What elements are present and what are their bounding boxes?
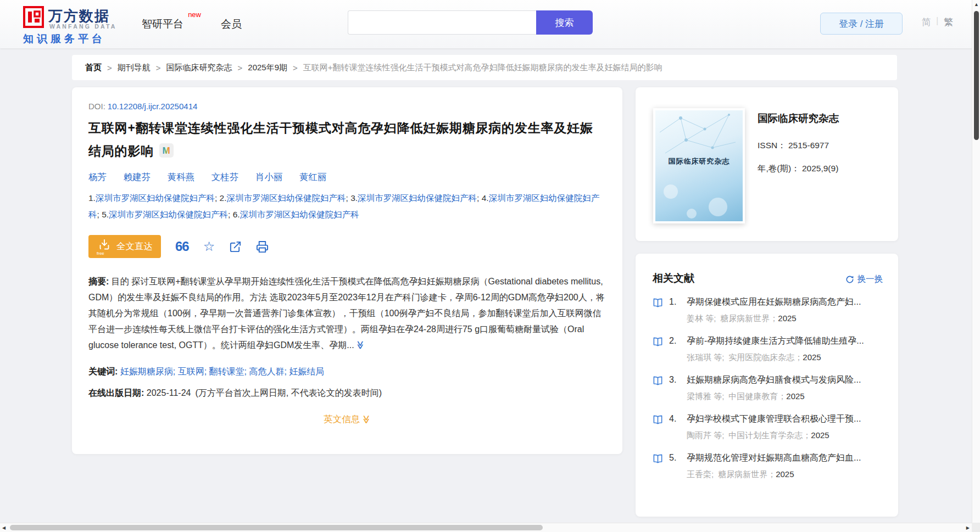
english-info-toggle[interactable]: 英文信息≫ [88, 413, 606, 425]
share-icon[interactable] [229, 239, 242, 254]
affiliation-number: 5. [102, 210, 109, 219]
keyword-link[interactable]: 互联网 [178, 367, 204, 376]
keyword-link[interactable]: 翻转课堂 [209, 367, 244, 376]
related-item-title[interactable]: 孕期保健模式应用在妊娠期糖尿病高危产妇... [687, 296, 884, 308]
online-date-value: 2025-11-24 [147, 388, 191, 397]
expand-abstract-chevron-icon[interactable]: ≫ [353, 341, 369, 350]
journal-volume-row: 年,卷(期)： 2025,9(9) [758, 163, 838, 175]
related-item-number: 1. [669, 296, 687, 324]
shuffle-related-button[interactable]: 换一换 [845, 273, 883, 285]
affiliation-number: 2. [220, 193, 227, 203]
related-item-year: 2025 [778, 313, 796, 323]
wanfang-logo-icon[interactable] [23, 6, 44, 30]
author-link[interactable]: 肖小丽 [255, 172, 283, 182]
abstract-block: 摘要: 目的 探讨互联网+翻转课堂从孕早期开始连续性强化生活干预模式在降低高危孕… [88, 273, 606, 353]
keyword-link[interactable]: 高危人群 [249, 367, 284, 376]
journal-cover-image[interactable]: 国际临床研究杂志 [653, 108, 745, 223]
open-book-icon [653, 374, 669, 402]
fulltext-access-button[interactable]: free 全文直达 [88, 235, 161, 258]
m-badge-icon[interactable]: M [159, 142, 174, 165]
scroll-up-arrow-icon[interactable]: ▲ [972, 2, 980, 7]
vertical-scrollbar[interactable]: ▲ [972, 0, 980, 523]
related-articles-list: 1. 孕期保健模式应用在妊娠期糖尿病高危产妇... 姜林 等;糖尿病新世界；20… [653, 296, 884, 491]
print-icon[interactable] [256, 239, 269, 254]
favorite-star-icon[interactable]: ☆ [203, 239, 215, 254]
related-item-number: 4. [669, 413, 687, 441]
affiliations: 1.深圳市罗湖区妇幼保健院妇产科; 2.深圳市罗湖区妇幼保健院妇产科; 3.深圳… [88, 190, 606, 223]
doi-row: DOI:10.12208/j.ijcr.20250414 [88, 102, 606, 111]
download-free-icon: free [97, 239, 112, 254]
breadcrumb-home[interactable]: 首页 [85, 63, 102, 73]
related-article-item: 1. 孕期保健模式应用在妊娠期糖尿病高危产妇... 姜林 等;糖尿病新世界；20… [653, 296, 884, 324]
fulltext-label: 全文直达 [116, 240, 153, 253]
english-info-label: 英文信息 [324, 414, 360, 424]
scroll-right-arrow-icon[interactable]: ▶ [966, 525, 970, 530]
doi-link[interactable]: 10.12208/j.ijcr.20250414 [108, 102, 197, 111]
lang-divider: | [936, 15, 938, 26]
author-link[interactable]: 杨芳 [88, 172, 107, 182]
shuffle-label: 换一换 [858, 273, 883, 285]
nav-item-zhiyan-platform[interactable]: 智研平台 new [142, 17, 183, 31]
breadcrumb-issue[interactable]: 2025年9期 [248, 63, 287, 73]
related-item-number: 5. [669, 452, 687, 480]
open-book-icon [653, 413, 669, 441]
affiliation-link[interactable]: 深圳市罗湖区妇幼保健院妇产科 [96, 193, 215, 203]
related-item-authors: 陶雨芹 等; [687, 430, 724, 440]
scroll-left-arrow-icon[interactable]: ◀ [2, 525, 5, 530]
online-date-note: (万方平台首次上网日期, 不代表论文的发表时间) [195, 388, 382, 397]
related-article-item: 5. 孕期规范化管理对妊娠期高血糖高危产妇血... 王香栾;糖尿病新世界；202… [653, 452, 884, 480]
related-item-year: 2025 [811, 430, 829, 440]
login-register-button[interactable]: 登录 / 注册 [820, 13, 903, 35]
lang-simplified-toggle[interactable]: 简 [922, 16, 931, 29]
journal-name[interactable]: 国际临床研究杂志 [758, 111, 839, 125]
doi-label: DOI: [88, 102, 105, 111]
breadcrumb-journal-nav[interactable]: 期刊导航 [118, 63, 151, 73]
author-link[interactable]: 文桂芬 [211, 172, 239, 182]
related-item-meta: 陶雨芹 等;中国计划生育学杂志；2025 [687, 430, 884, 441]
related-item-title[interactable]: 孕期规范化管理对妊娠期高血糖高危产妇血... [687, 452, 884, 464]
affiliation-separator: ; [215, 193, 220, 203]
search-button[interactable]: 搜索 [536, 10, 593, 35]
affiliation-number: 1. [88, 193, 96, 203]
related-item-meta: 梁博雅 等;中国健康教育；2025 [687, 391, 884, 402]
horizontal-scrollbar-thumb[interactable] [10, 525, 543, 530]
breadcrumb-journal[interactable]: 国际临床研究杂志 [166, 63, 232, 73]
vertical-scrollbar-thumb[interactable] [974, 11, 979, 140]
breadcrumb-current: 互联网+翻转课堂连续性强化生活干预模式对高危孕妇降低妊娠期糖尿病的发生率及妊娠结… [303, 63, 662, 73]
affiliation-number: 4. [482, 193, 489, 203]
free-tag: free [97, 251, 104, 256]
brand-tagline: 知识服务平台 [23, 32, 105, 46]
keywords-label: 关键词: [88, 367, 120, 376]
search-input[interactable] [348, 10, 536, 35]
author-link[interactable]: 黄红丽 [299, 172, 327, 182]
affiliation-link[interactable]: 深圳市罗湖区妇幼保健院妇产科 [109, 210, 228, 219]
related-item-year: 2025 [786, 391, 804, 401]
related-item-journal: 糖尿病新世界； [718, 469, 776, 479]
related-articles-heading: 相关文献 [653, 271, 694, 285]
horizontal-scrollbar[interactable]: ◀ ▶ [0, 523, 972, 532]
related-item-journal: 中国健康教育； [728, 391, 786, 401]
affiliation-separator: ; [228, 210, 233, 219]
nav-item-member[interactable]: 会员 [221, 17, 242, 31]
related-item-title[interactable]: 孕前-孕期持续健康生活方式降低辅助生殖孕... [687, 335, 884, 347]
author-link[interactable]: 黄科燕 [168, 172, 195, 182]
related-item-title[interactable]: 孕妇学校模式下健康管理联合积极心理干预... [687, 413, 884, 425]
related-item-authors: 姜林 等; [687, 313, 716, 323]
keyword-link[interactable]: 妊娠结局 [289, 367, 324, 376]
author-link[interactable]: 赖建芬 [124, 172, 151, 182]
lang-traditional-toggle[interactable]: 繁 [944, 16, 953, 29]
online-date-label: 在线出版日期: [88, 388, 147, 397]
cite-icon[interactable]: 66 [175, 239, 189, 254]
affiliation-link[interactable]: 深圳市罗湖区妇幼保健院妇产科 [227, 193, 346, 203]
related-item-title[interactable]: 妊娠期糖尿病高危孕妇膳食模式与发病风险... [687, 374, 884, 386]
affiliation-number: 3. [350, 193, 358, 203]
nav-zhiyan-label: 智研平台 [142, 18, 183, 30]
keyword-separator: ; [204, 367, 209, 376]
keyword-separator: ; [173, 367, 178, 376]
affiliation-link[interactable]: 深圳市罗湖区妇幼保健院妇产科 [358, 193, 477, 203]
keyword-link[interactable]: 妊娠期糖尿病 [120, 367, 173, 376]
affiliation-link[interactable]: 深圳市罗湖区妇幼保健院妇产科 [240, 210, 359, 219]
journal-cover-title: 国际临床研究杂志 [655, 156, 743, 166]
online-publish-date-row: 在线出版日期: 2025-11-24(万方平台首次上网日期, 不代表论文的发表时… [88, 388, 606, 399]
related-item-meta: 张瑞琪 等;实用医院临床杂志；2025 [687, 352, 884, 363]
